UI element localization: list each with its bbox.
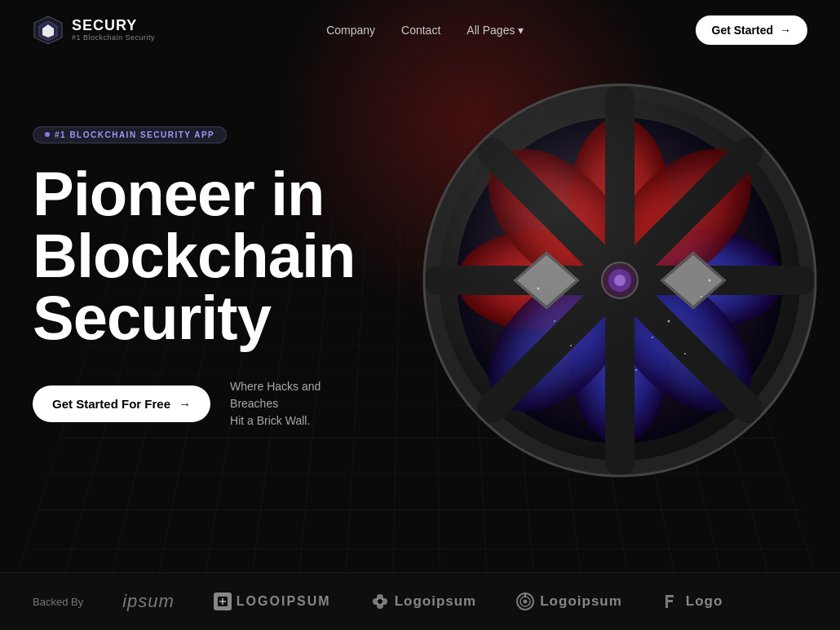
svg-point-37 [378, 599, 382, 604]
logoipsum-icon-2 [214, 593, 232, 610]
cta-arrow-icon: → [179, 397, 191, 411]
orb-sphere [408, 68, 832, 492]
svg-point-26 [709, 280, 711, 282]
svg-point-27 [570, 345, 572, 346]
hero-actions: Get Started For Free → Where Hacks and B… [33, 378, 424, 430]
hero-section: #1 BLOCKCHAIN SECURITY APP Pioneer in Bl… [0, 60, 840, 517]
partner-logos: ipsum LOGOIPSUM Logoipsum [122, 591, 807, 612]
partner-logo-2: LOGOIPSUM [214, 593, 331, 610]
logo-tagline: #1 Blockchain Security [72, 34, 155, 42]
backed-by-label: Backed By [33, 596, 83, 608]
arrow-icon: → [780, 24, 791, 37]
hero-content: #1 BLOCKCHAIN SECURITY APP Pioneer in Bl… [33, 109, 424, 430]
logo[interactable]: SECURY #1 Blockchain Security [33, 15, 155, 46]
partner-logo-1: ipsum [122, 591, 175, 612]
svg-point-21 [652, 337, 653, 338]
get-started-free-button[interactable]: Get Started For Free → [33, 385, 210, 422]
nav-links: Company Contact All Pages ▾ [326, 23, 524, 37]
logo-name: SECURY [72, 18, 155, 34]
partner-logo-3: Logoipsum [370, 592, 477, 611]
partner-logo-5: Logo [661, 592, 723, 611]
svg-point-22 [668, 320, 670, 323]
nav-get-started-button[interactable]: Get Started → [696, 15, 807, 45]
logos-bar: Backed By ipsum LOGOIPSUM [0, 572, 840, 630]
dropdown-arrow-icon: ▾ [518, 24, 524, 37]
navbar: SECURY #1 Blockchain Security Company Co… [0, 0, 840, 60]
hero-badge: #1 BLOCKCHAIN SECURITY APP [33, 126, 227, 143]
hero-title: Pioneer in Blockchain Security [33, 163, 424, 349]
nav-item-contact[interactable]: Contact [401, 23, 440, 37]
hero-tagline: Where Hacks and Breaches Hit a Brick Wal… [230, 378, 360, 430]
badge-dot [45, 132, 50, 137]
orb-shine [424, 85, 816, 476]
svg-point-25 [701, 296, 702, 297]
svg-point-24 [635, 369, 637, 371]
hero-orb [383, 36, 840, 525]
partner-logo-4: Logoipsum [515, 592, 622, 611]
logo-icon [33, 15, 64, 46]
svg-point-40 [524, 600, 528, 604]
badge-text: #1 BLOCKCHAIN SECURITY APP [55, 130, 214, 139]
nav-item-company[interactable]: Company [326, 23, 375, 37]
svg-point-29 [537, 288, 540, 290]
svg-point-28 [554, 320, 555, 322]
nav-item-all-pages[interactable]: All Pages ▾ [466, 24, 524, 37]
svg-point-23 [684, 353, 686, 355]
